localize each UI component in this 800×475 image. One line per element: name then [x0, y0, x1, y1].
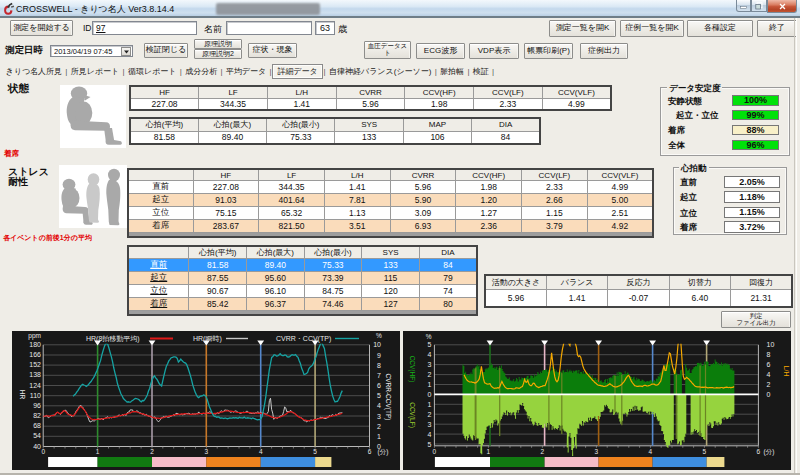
- svg-text:96: 96: [33, 402, 41, 409]
- svg-text:1: 1: [377, 433, 381, 440]
- table-cell: 95.60: [247, 272, 305, 285]
- datetime-dropdown-button[interactable]: [121, 47, 131, 56]
- age-input[interactable]: 63: [315, 21, 335, 35]
- table-header-row: 心拍(平均)心拍(最大)心拍(最小)SYSDIA: [128, 246, 477, 259]
- table-cell: 81.58: [130, 131, 198, 144]
- row-label: 起立: [128, 272, 189, 285]
- svg-text:3: 3: [428, 421, 432, 428]
- table-row: 227.08344.351.415.961.982.334.99: [130, 98, 611, 110]
- tab-separator: |: [467, 67, 469, 76]
- svg-text:4: 4: [428, 351, 432, 358]
- stress-section-label: ストレス 耐性: [8, 167, 49, 186]
- open-case-list-button[interactable]: 症例一覧を開K: [620, 20, 684, 37]
- tab-9[interactable]: 検証: [470, 65, 491, 78]
- tab-3[interactable]: 循環レポート: [125, 65, 179, 78]
- svg-text:(分): (分): [764, 448, 775, 456]
- svg-text:0: 0: [428, 391, 432, 398]
- table-bottom-band-row: [128, 233, 653, 237]
- svg-text:HR(瞬時): HR(瞬時): [193, 335, 222, 343]
- column-header: L/H: [267, 86, 336, 98]
- age-suffix-label: 歳: [338, 23, 347, 36]
- id-label: ID: [83, 23, 92, 33]
- tab-7[interactable]: 自律神経バランス(シーソー): [326, 65, 433, 78]
- settings-button[interactable]: 各種設定: [687, 20, 753, 37]
- table-cell: 133: [362, 259, 420, 272]
- table-cell: 84: [472, 131, 540, 144]
- exit-button[interactable]: 終了: [757, 20, 797, 37]
- column-header: 切替力: [669, 275, 730, 290]
- minimize-button[interactable]: [736, 0, 751, 12]
- vdp-button[interactable]: VDP表示: [469, 43, 519, 59]
- table-row[interactable]: 立位90.6796.1084.7512074: [128, 285, 477, 298]
- tab-2[interactable]: 所見レポート: [68, 65, 122, 78]
- tab-separator: |: [492, 67, 494, 76]
- table-row[interactable]: 直前81.5889.4075.3313384: [128, 259, 477, 272]
- table-row[interactable]: 直前227.08344.351.415.961.982.334.99: [128, 181, 653, 194]
- tab-1[interactable]: きりつ名人所見: [3, 65, 65, 78]
- column-header: 心拍(平均): [189, 246, 247, 259]
- tab-5[interactable]: 平均データ: [223, 65, 268, 78]
- start-measure-button[interactable]: 測定を開始する: [10, 20, 73, 36]
- svg-text:0: 0: [767, 391, 771, 398]
- svg-text:40: 40: [33, 443, 41, 450]
- symptoms-button[interactable]: 症状・現象: [248, 43, 297, 58]
- table-row[interactable]: 立位75.1565.321.133.091.271.152.51: [128, 207, 653, 220]
- open-measurement-list-button[interactable]: 測定一覧を開K: [549, 20, 616, 37]
- stability-value-box: 100%: [732, 95, 779, 106]
- tab-8[interactable]: 脈拍幅: [438, 65, 467, 78]
- table-cell: 5.90: [390, 194, 456, 207]
- table-row[interactable]: 着席283.67821.503.516.932.363.794.92: [128, 220, 653, 233]
- column-header: 心拍(最小): [304, 246, 362, 259]
- svg-text:5: 5: [703, 448, 707, 455]
- table-row[interactable]: 起立87.5595.6073.3911579: [128, 272, 477, 285]
- table-cell: 283.67: [193, 220, 259, 233]
- principle2-button[interactable]: 原理説明2: [194, 49, 242, 59]
- svg-text:CVRR-CCV(TP): CVRR-CCV(TP): [384, 374, 392, 421]
- name-input[interactable]: [226, 21, 312, 35]
- tab-6[interactable]: 詳細データ: [272, 64, 322, 79]
- table-cell: 115: [362, 272, 420, 285]
- column-header: CCV(LF): [522, 169, 588, 181]
- column-header: バランス: [546, 275, 607, 290]
- svg-text:5: 5: [428, 441, 432, 448]
- svg-text:3: 3: [377, 413, 381, 420]
- verify-close-button[interactable]: 検証閉じる: [144, 43, 188, 58]
- datetime-combobox[interactable]: 2013/04/19 07:45: [50, 45, 133, 57]
- table-header-row: 活動の大きさバランス反応力切替力回復力: [485, 275, 792, 290]
- print-button[interactable]: 帳票印刷(P): [524, 43, 573, 59]
- table-cell: 227.08: [193, 181, 259, 194]
- app-icon: [2, 2, 15, 15]
- column-header: SYS: [335, 118, 403, 131]
- judgement-file-output-button[interactable]: 判定ファイル出力: [721, 311, 791, 328]
- ccv-chart-panel: 543210123451086420%CCV(HF)CCV(LF)L/H0123…: [403, 331, 791, 470]
- table-cell: 96.37: [247, 298, 305, 311]
- stress-table: HFLFL/HCVRRCCV(HF)CCV(LF)CCV(VLF)直前227.0…: [127, 168, 654, 238]
- svg-text:ppm: ppm: [28, 332, 41, 340]
- stability-value-box: 96%: [732, 140, 779, 151]
- heartbeat-row-label: 立位: [680, 208, 697, 220]
- table-row[interactable]: 着席85.4296.3774.4612780: [128, 298, 477, 311]
- case-export-button[interactable]: 症例出力: [580, 43, 628, 59]
- tab-4[interactable]: 成分分析: [183, 65, 220, 78]
- close-button[interactable]: [767, 0, 797, 13]
- table-cell: 5.96: [336, 98, 405, 110]
- tab-separator: |: [435, 67, 437, 76]
- table-cell: 81.58: [189, 259, 247, 272]
- table-bottom-band-row: [128, 311, 477, 315]
- principle-button[interactable]: 原理説明: [194, 39, 242, 49]
- table-row[interactable]: 起立91.03401.647.815.901.202.665.00: [128, 194, 653, 207]
- svg-text:3: 3: [204, 448, 208, 455]
- ecg-button[interactable]: ECG波形: [416, 43, 465, 59]
- maximize-button[interactable]: [751, 0, 767, 12]
- stress-note: 各イベントの前後1分の平均: [3, 233, 92, 243]
- bp-data-button[interactable]: 血圧データスト: [364, 41, 411, 59]
- stability-value-box: 99%: [732, 110, 779, 121]
- hr-phase-table: 心拍(平均)心拍(最大)心拍(最小)SYSDIA直前81.5889.4075.3…: [127, 245, 478, 316]
- table-cell: 1.41: [324, 181, 390, 194]
- table-cell: 344.35: [259, 181, 325, 194]
- svg-text:7: 7: [377, 372, 381, 379]
- column-header: CVRR: [390, 169, 456, 181]
- row-label: 着席: [128, 298, 189, 311]
- id-input[interactable]: 97: [92, 21, 197, 35]
- column-header: 心拍(最大): [247, 246, 305, 259]
